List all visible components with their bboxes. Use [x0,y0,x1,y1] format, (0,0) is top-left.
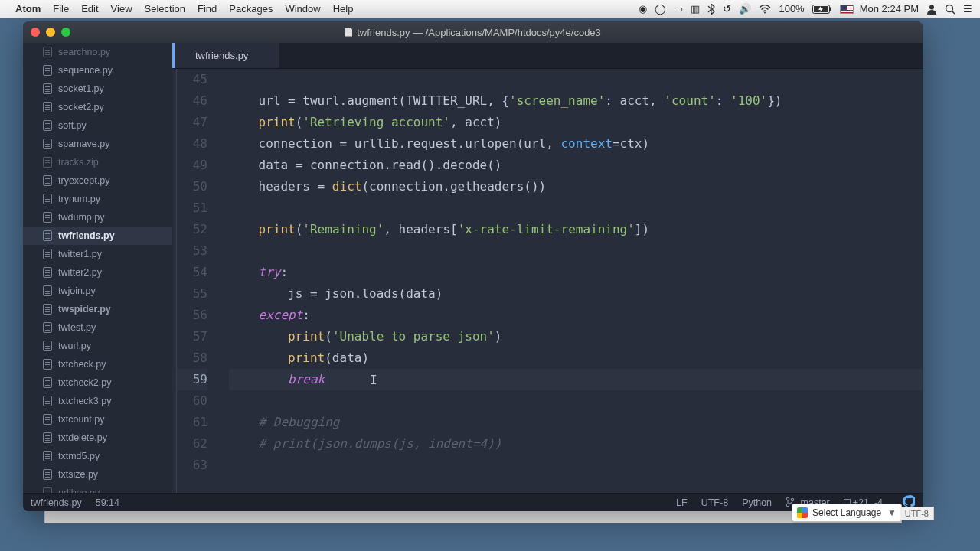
menu-selection[interactable]: Selection [145,3,185,15]
code-line[interactable]: except: [229,305,923,326]
line-number[interactable]: 51 [177,197,207,219]
code-line[interactable] [229,390,923,412]
line-number-gutter[interactable]: 45464748495051525354555657585960616263 [177,69,215,493]
volume-icon[interactable]: 🔊 [739,3,751,15]
tree-file[interactable]: txtdelete.py [23,429,172,447]
line-number[interactable]: 57 [177,326,207,347]
line-number[interactable]: 62 [177,433,207,455]
line-number[interactable]: 55 [177,283,207,305]
tree-file[interactable]: searchno.py [23,43,172,61]
line-number[interactable]: 61 [177,412,207,433]
code-line[interactable]: # Debugging [229,412,923,433]
code-line[interactable]: print('Retrieving account', acct) [229,112,923,133]
tree-file[interactable]: tryexcept.py [23,171,172,190]
tree-file[interactable]: twdump.py [23,208,172,227]
line-number[interactable]: 59 [177,369,207,390]
status-cursor-pos[interactable]: 59:14 [96,497,119,508]
line-number[interactable]: 63 [177,455,207,476]
line-number[interactable]: 58 [177,347,207,369]
code-line[interactable]: print(data) [229,347,923,369]
keystats-icon[interactable]: ▥ [691,3,700,15]
tree-file[interactable]: twitter1.py [23,245,172,263]
bluetooth-icon[interactable] [707,4,715,15]
line-number[interactable]: 53 [177,240,207,262]
tree-file[interactable]: socket2.py [23,98,172,116]
code-line[interactable] [229,69,923,90]
code-line[interactable]: try: [229,262,923,283]
screencast-icon[interactable]: ◯ [655,3,666,15]
tree-file[interactable]: txtcheck3.py [23,392,172,410]
menu-window[interactable]: Window [285,3,320,15]
menu-help[interactable]: Help [333,3,354,15]
tab-twfriends[interactable]: twfriends.py [172,43,279,68]
wifi-icon[interactable] [759,5,771,14]
code-line[interactable]: connection = urllib.request.urlopen(url,… [229,133,923,155]
text-editor[interactable]: 45464748495051525354555657585960616263 u… [172,69,923,493]
tree-file[interactable]: txtmd5.py [23,447,172,465]
minimize-window-button[interactable] [46,28,55,37]
tree-file[interactable]: txtcheck2.py [23,373,172,392]
tree-file[interactable]: twitter2.py [23,263,172,282]
code-line[interactable] [229,240,923,262]
menu-view[interactable]: View [111,3,132,15]
code-line[interactable]: url = twurl.augment(TWITTER_URL, {'scree… [229,90,923,112]
line-number[interactable]: 54 [177,262,207,283]
tree-file[interactable]: soft.py [23,116,172,135]
tree-file[interactable]: twjoin.py [23,282,172,300]
siri-icon[interactable]: ◉ [639,3,647,15]
zoom-window-button[interactable] [61,28,70,37]
line-number[interactable]: 50 [177,176,207,197]
status-grammar[interactable]: Python [742,497,772,508]
tree-file[interactable]: twurl.py [23,337,172,355]
spotlight-icon[interactable] [945,4,956,15]
line-number[interactable]: 48 [177,133,207,155]
tab-bar[interactable]: twfriends.py [172,43,923,69]
code-line[interactable]: headers = dict(connection.getheaders()) [229,176,923,197]
menu-find[interactable]: Find [198,3,217,15]
code-line[interactable] [229,197,923,219]
code-line[interactable]: data = connection.read().decode() [229,155,923,176]
tree-file[interactable]: txtsize.py [23,465,172,484]
code-line[interactable]: break I [229,369,923,390]
tree-file[interactable]: sequence.py [23,61,172,80]
tree-file[interactable]: twspider.py [23,300,172,318]
tree-file[interactable]: twtest.py [23,318,172,337]
user-icon[interactable] [926,4,937,15]
code-line[interactable] [229,455,923,476]
line-number[interactable]: 49 [177,155,207,176]
menubar-clock[interactable]: Mon 2:24 PM [860,3,919,15]
menu-edit[interactable]: Edit [81,3,98,15]
input-flag[interactable] [840,5,854,14]
battery-percent[interactable]: 100% [779,3,804,15]
tree-file[interactable]: socket1.py [23,80,172,98]
status-eol[interactable]: LF [676,497,688,508]
tree-file[interactable]: txtcount.py [23,410,172,429]
timemachine-icon[interactable]: ↺ [723,3,731,15]
tree-file[interactable]: urlibeo.pv [23,484,172,493]
tree-file[interactable]: trynum.py [23,190,172,208]
code-line[interactable]: print('Unable to parse json') [229,326,923,347]
window-titlebar[interactable]: twfriends.py — /Applications/MAMP/htdocs… [23,21,923,43]
status-encoding[interactable]: UTF-8 [701,497,728,508]
file-tree[interactable]: searchno.pysequence.pysocket1.pysocket2.… [23,43,172,493]
line-number[interactable]: 47 [177,112,207,133]
display-icon[interactable]: ▭ [674,3,683,15]
line-number[interactable]: 52 [177,219,207,240]
line-number[interactable]: 45 [177,69,207,90]
select-language-dropdown[interactable]: Select Language ▼ [792,504,902,522]
code-line[interactable]: js = json.loads(data) [229,283,923,305]
menu-file[interactable]: File [53,3,69,15]
tree-file[interactable]: twfriends.py [23,227,172,245]
tree-file[interactable]: spamave.py [23,135,172,153]
tree-file[interactable]: tracks.zip [23,153,172,171]
battery-icon[interactable] [812,5,832,14]
app-name[interactable]: Atom [15,3,41,15]
line-number[interactable]: 56 [177,305,207,326]
tree-file[interactable]: txtcheck.py [23,355,172,373]
line-number[interactable]: 60 [177,390,207,412]
notification-center-icon[interactable]: ☰ [963,3,972,15]
code-line[interactable]: # print(json.dumps(js, indent=4)) [229,433,923,455]
code-area[interactable]: url = twurl.augment(TWITTER_URL, {'scree… [215,69,923,493]
status-file[interactable]: twfriends.py [31,497,82,508]
close-window-button[interactable] [31,28,40,37]
